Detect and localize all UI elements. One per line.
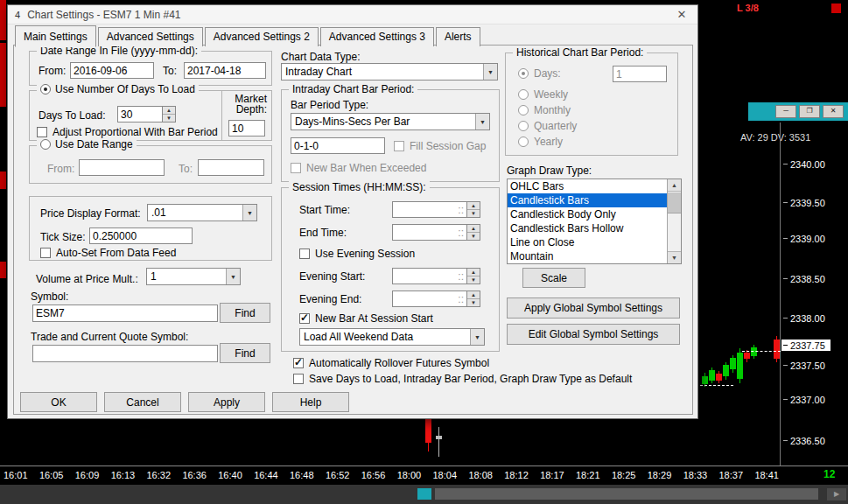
tab[interactable]: Main Settings xyxy=(15,25,96,47)
evening-start-spinner[interactable]: ▲ ▼ xyxy=(467,268,480,284)
new-bar-when-exceeded-checkbox[interactable]: ✓ New Bar When Exceeded xyxy=(291,162,426,174)
chevron-down-icon[interactable]: ▼ xyxy=(226,269,240,284)
spinner-up-icon[interactable]: ▲ xyxy=(467,202,480,210)
evening-end-spinner[interactable]: ▲ ▼ xyxy=(467,290,480,307)
spinner-down-icon[interactable]: ▼ xyxy=(467,210,480,217)
tab[interactable]: Advanced Settings 2 xyxy=(205,27,319,46)
days-to-load-spinner[interactable]: ▲ ▼ xyxy=(163,106,176,122)
historical-period-radio[interactable]: Days: xyxy=(518,67,561,80)
spinner-up-icon[interactable]: ▲ xyxy=(467,269,480,276)
chevron-down-icon[interactable]: ▼ xyxy=(483,64,497,80)
historical-period-radio[interactable]: Quarterly xyxy=(518,120,577,132)
tab[interactable]: Advanced Settings xyxy=(98,27,203,46)
rollover-futures-checkbox[interactable]: ✓ Automatically Rollover Futures Symbol xyxy=(293,357,489,369)
bar-period-type-select[interactable]: Days-Mins-Secs Per Bar ▼ xyxy=(291,113,490,130)
price-label: 2339.50 xyxy=(781,197,827,208)
historical-period-radio[interactable]: Weekly xyxy=(518,88,568,101)
weekend-data-select[interactable]: Load All Weekend Data ▼ xyxy=(299,328,485,346)
trade-symbol-find-button[interactable]: Find xyxy=(220,343,270,363)
spinner-down-icon[interactable]: ▼ xyxy=(467,276,480,284)
evening-start-input[interactable] xyxy=(392,268,467,284)
start-time-spinner[interactable]: ▲ ▼ xyxy=(467,201,480,218)
dialog-footer-button[interactable]: Cancel xyxy=(104,392,181,412)
bar-period-input[interactable] xyxy=(291,137,385,154)
option-label: Candlestick Bars xyxy=(510,194,589,206)
tick-size-label: Tick Size: xyxy=(40,231,86,243)
days-to-load-input[interactable] xyxy=(117,106,163,122)
scrollbar-thumb[interactable] xyxy=(668,192,681,214)
scroll-right-button[interactable]: ▶ xyxy=(827,488,846,500)
radio-icon xyxy=(518,121,529,131)
time-scale[interactable]: 16:0116:0516:0916:1316:3216:3616:4016:44… xyxy=(4,468,779,482)
symbol-input[interactable] xyxy=(32,304,218,322)
spinner-down-icon[interactable]: ▼ xyxy=(467,233,480,240)
graph-draw-type-option[interactable]: Candlestick Body Only xyxy=(508,207,667,221)
volume-mult-select[interactable]: 1 ▼ xyxy=(146,268,241,285)
market-depth-input[interactable] xyxy=(228,120,265,136)
end-time-spinner[interactable]: ▲ ▼ xyxy=(467,224,480,241)
dialog-footer-button[interactable]: OK xyxy=(20,392,97,412)
evening-end-input[interactable] xyxy=(392,290,467,307)
apply-global-settings-button[interactable]: Apply Global Symbol Settings xyxy=(507,298,680,318)
symbol-find-button[interactable]: Find xyxy=(220,303,270,323)
historical-days-input[interactable] xyxy=(613,66,667,82)
trade-symbol-input[interactable] xyxy=(32,345,218,362)
dialog-titlebar[interactable]: 4 Chart Settings - ESM7 1 Min #41 ✕ xyxy=(8,5,697,24)
adjust-proportional-checkbox[interactable]: ✓ Adjust Proportional With Bar Period xyxy=(37,126,218,138)
use-number-of-days-radio[interactable]: Use Number Of Days To Load xyxy=(37,83,199,95)
scroll-down-icon[interactable]: ▼ xyxy=(668,251,681,263)
range-to-input[interactable] xyxy=(198,159,264,176)
spinner-down-icon[interactable]: ▼ xyxy=(467,299,480,306)
use-evening-session-checkbox[interactable]: ✓ Use Evening Session xyxy=(299,248,415,260)
scale-button[interactable]: Scale xyxy=(522,268,585,288)
radio-icon xyxy=(40,84,51,94)
scroll-marker[interactable] xyxy=(417,488,431,500)
price-text: 2337.00 xyxy=(790,395,825,405)
chevron-down-icon[interactable]: ▼ xyxy=(242,205,256,220)
new-bar-at-session-start-checkbox[interactable]: ✓ New Bar At Session Start xyxy=(299,312,433,325)
checkbox-label: Save Days to Load, Intraday Bar Period, … xyxy=(309,373,632,385)
graph-draw-type-option[interactable]: OHLC Bars xyxy=(508,179,667,193)
auto-set-checkbox[interactable]: ✓ Auto-Set From Data Feed xyxy=(40,247,176,259)
graph-draw-type-list[interactable]: ▲ ▼ OHLC Bars Candlestick Bars Candlesti… xyxy=(507,178,682,264)
historical-period-radio[interactable]: Yearly xyxy=(518,136,563,148)
graph-draw-type-option[interactable]: Mountain xyxy=(508,249,667,263)
file-to-date-input[interactable] xyxy=(184,62,266,79)
scrollbar-thumb[interactable] xyxy=(435,488,818,500)
graph-draw-type-option[interactable]: Candlestick Bars Hollow xyxy=(508,221,667,235)
spinner-up-icon[interactable]: ▲ xyxy=(467,291,480,299)
chevron-down-icon[interactable]: ▼ xyxy=(470,329,484,345)
scroll-up-icon[interactable]: ▲ xyxy=(668,179,681,192)
chevron-down-icon[interactable]: ▼ xyxy=(475,114,489,130)
tick-size-input[interactable] xyxy=(89,228,193,244)
checkbox-label: Auto-Set From Data Feed xyxy=(56,247,176,259)
dialog-footer-button[interactable]: Apply xyxy=(188,392,265,412)
checkbox-label: New Bar At Session Start xyxy=(315,312,433,325)
price-display-format-select[interactable]: .01 ▼ xyxy=(147,204,257,221)
list-scrollbar[interactable]: ▲ ▼ xyxy=(667,179,681,263)
spinner-up-icon[interactable]: ▲ xyxy=(163,107,175,115)
dialog-footer-button[interactable]: Help xyxy=(272,392,349,412)
graph-draw-type-option[interactable]: Candlestick Bars xyxy=(508,193,667,207)
range-from-input[interactable] xyxy=(79,159,165,176)
start-time-input[interactable] xyxy=(392,201,467,218)
historical-period-radio[interactable]: Monthly xyxy=(518,104,571,116)
chart-data-type-select[interactable]: Intraday Chart ▼ xyxy=(281,63,498,80)
tab[interactable]: Alerts xyxy=(436,27,480,46)
file-from-date-input[interactable] xyxy=(70,62,154,79)
time-label: 16:44 xyxy=(254,470,278,480)
spinner-up-icon[interactable]: ▲ xyxy=(467,225,480,233)
spinner-down-icon[interactable]: ▼ xyxy=(163,115,175,122)
bar-period-type-label: Bar Period Type: xyxy=(291,99,368,111)
save-as-default-checkbox[interactable]: ✓ Save Days to Load, Intraday Bar Period… xyxy=(293,373,632,385)
edit-global-settings-button[interactable]: Edit Global Symbol Settings xyxy=(507,324,680,345)
close-icon[interactable]: ✕ xyxy=(673,8,690,21)
tab[interactable]: Advanced Settings 3 xyxy=(320,27,434,46)
fill-session-gap-checkbox[interactable]: ✓ Fill Session Gap xyxy=(394,140,486,152)
use-date-range-radio[interactable]: Use Date Range xyxy=(37,138,137,150)
end-time-input[interactable] xyxy=(392,224,467,241)
to-label: To: xyxy=(163,65,177,77)
price-text: 2338.00 xyxy=(790,313,825,324)
price-label: 2336.50 xyxy=(781,435,827,446)
graph-draw-type-option[interactable]: Line on Close xyxy=(508,235,667,249)
